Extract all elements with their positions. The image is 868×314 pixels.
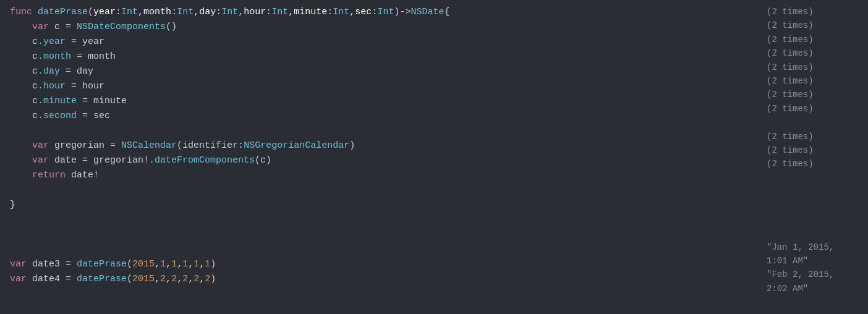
code-line: c.minute = minute (10, 94, 747, 109)
code-line: c.month = month (10, 49, 747, 64)
code-line: func datePrase(year:Int,month:Int,day:In… (10, 5, 747, 20)
code-line: var date = gregorian!.dateFromComponents… (10, 153, 747, 168)
sidebar-row (767, 213, 858, 226)
code-line (10, 227, 747, 242)
sidebar-row (767, 226, 858, 240)
sidebar-row: "Feb 2, 2015, 2:02 AM" (767, 268, 858, 295)
code-line: c.second = sec (10, 109, 747, 124)
code-line: var date4 = datePrase(2015,2,2,2,2,2) (10, 272, 747, 287)
code-line (10, 213, 747, 227)
code-line: c.day = day (10, 64, 747, 79)
sidebar-row: (2 times) (767, 61, 858, 74)
code-line (10, 242, 747, 257)
sidebar-row: (2 times) (767, 46, 858, 60)
sidebar-row (767, 116, 858, 129)
sidebar-row: (2 times) (767, 143, 858, 157)
sidebar-row: (2 times) (767, 157, 858, 171)
code-line: var c = NSDateComponents() (10, 20, 747, 35)
sidebar-row: (2 times) (767, 33, 858, 46)
code-editor: func datePrase(year:Int,month:Int,day:In… (0, 0, 757, 314)
sidebar-results: (2 times)(2 times)(2 times)(2 times)(2 t… (757, 0, 868, 314)
sidebar-row (767, 198, 858, 212)
code-line: var gregorian = NSCalendar(identifier:NS… (10, 138, 747, 153)
sidebar-row (767, 185, 858, 198)
code-line: var date3 = datePrase(2015,1,1,1,1,1) (10, 257, 747, 272)
sidebar-row: (2 times) (767, 102, 858, 116)
code-line (10, 183, 747, 198)
sidebar-row: (2 times) (767, 74, 858, 88)
code-line (10, 124, 747, 138)
sidebar-row: (2 times) (767, 19, 858, 32)
sidebar-row (767, 171, 858, 185)
code-line: c.hour = hour (10, 79, 747, 94)
code-line: } (10, 198, 747, 213)
code-line: return date! (10, 168, 747, 183)
code-line: c.year = year (10, 35, 747, 49)
sidebar-row: (2 times) (767, 5, 858, 19)
sidebar-row: (2 times) (767, 130, 858, 143)
sidebar-row: (2 times) (767, 88, 858, 101)
sidebar-row: "Jan 1, 2015, 1:01 AM" (767, 240, 858, 268)
